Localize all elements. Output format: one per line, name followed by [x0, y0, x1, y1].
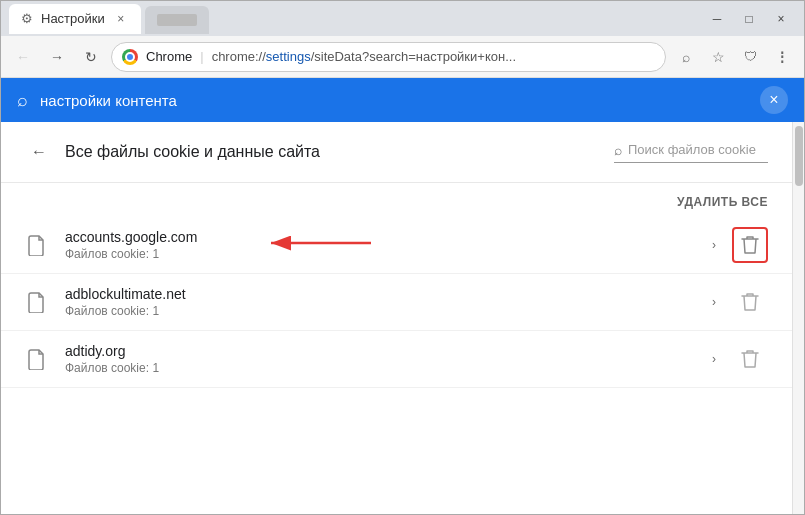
bookmark-button[interactable]: ☆: [704, 43, 732, 71]
item-count: Файлов cookie: 1: [65, 247, 696, 261]
back-button[interactable]: ←: [9, 43, 37, 71]
item-delete-button-highlighted[interactable]: [732, 227, 768, 263]
page-title: Все файлы cookie и данные сайта: [65, 143, 614, 161]
forward-button[interactable]: →: [43, 43, 71, 71]
list-item[interactable]: adtidy.org Файлов cookie: 1 ›: [1, 331, 792, 388]
address-bar[interactable]: Chrome | chrome://settings/siteData?sear…: [111, 42, 666, 72]
item-expand-arrow[interactable]: ›: [712, 295, 716, 309]
minimize-button[interactable]: ─: [702, 7, 732, 31]
delete-all-button[interactable]: УДАЛИТЬ ВСЕ: [677, 195, 768, 209]
content-area: ← Все файлы cookie и данные сайта ⌕ УДАЛ…: [1, 122, 804, 514]
window-controls: ─ □ ×: [702, 7, 796, 31]
cookie-search-box[interactable]: ⌕: [614, 142, 768, 163]
cookie-search-input[interactable]: [628, 142, 768, 157]
item-info: adtidy.org Файлов cookie: 1: [65, 343, 696, 375]
chrome-logo-icon: [122, 49, 138, 65]
toolbar-icons: ⌕ ☆ 🛡 ⋮: [672, 43, 796, 71]
item-delete-button[interactable]: [732, 341, 768, 377]
search-page-button[interactable]: ⌕: [672, 43, 700, 71]
tab-close-button[interactable]: ×: [113, 11, 129, 27]
file-icon: [25, 233, 49, 257]
item-expand-arrow[interactable]: ›: [712, 238, 716, 252]
search-bar-close-button[interactable]: ×: [760, 86, 788, 114]
menu-button[interactable]: ⋮: [768, 43, 796, 71]
reload-button[interactable]: ↻: [77, 43, 105, 71]
settings-tab-icon: ⚙: [21, 11, 33, 26]
scrollbar-track[interactable]: [792, 122, 804, 514]
inactive-tab[interactable]: [145, 6, 209, 34]
item-domain: adtidy.org: [65, 343, 696, 359]
item-count: Файлов cookie: 1: [65, 361, 696, 375]
browser-toolbar: ← → ↻ Chrome | chrome://settings/siteDat…: [1, 36, 804, 78]
list-item[interactable]: adblockultimate.net Файлов cookie: 1 ›: [1, 274, 792, 331]
scrollbar-thumb[interactable]: [795, 126, 803, 186]
maximize-button[interactable]: □: [734, 7, 764, 31]
list-item[interactable]: accounts.google.com Файлов cookie: 1 ›: [1, 217, 792, 274]
item-domain: adblockultimate.net: [65, 286, 696, 302]
item-delete-button[interactable]: [732, 284, 768, 320]
file-icon: [25, 347, 49, 371]
inactive-tab-label: [157, 14, 197, 26]
address-path: /siteData?search=настройки+кон...: [311, 49, 516, 64]
item-info: accounts.google.com Файлов cookie: 1: [65, 229, 696, 261]
item-domain: accounts.google.com: [65, 229, 696, 245]
delete-all-row: УДАЛИТЬ ВСЕ: [1, 183, 792, 217]
item-info: adblockultimate.net Файлов cookie: 1: [65, 286, 696, 318]
address-settings: settings: [266, 49, 311, 64]
address-text: chrome://settings/siteData?search=настро…: [212, 49, 655, 64]
active-tab[interactable]: ⚙ Настройки ×: [9, 4, 141, 34]
item-expand-arrow[interactable]: ›: [712, 352, 716, 366]
chrome-label: Chrome: [146, 49, 192, 64]
address-separator: |: [200, 49, 203, 64]
title-bar: ⚙ Настройки × ─ □ ×: [1, 1, 804, 36]
shield-button[interactable]: 🛡: [736, 43, 764, 71]
cookie-search-icon: ⌕: [614, 142, 622, 158]
close-button[interactable]: ×: [766, 7, 796, 31]
tab-title: Настройки: [41, 11, 105, 26]
page-header: ← Все файлы cookie и данные сайта ⌕: [1, 122, 792, 183]
main-content: ← Все файлы cookie и данные сайта ⌕ УДАЛ…: [1, 122, 792, 514]
search-bar-title: настройки контента: [40, 92, 760, 109]
item-count: Файлов cookie: 1: [65, 304, 696, 318]
search-bar-icon: ⌕: [17, 90, 28, 111]
content-settings-bar: ⌕ настройки контента ×: [1, 78, 804, 122]
file-icon: [25, 290, 49, 314]
browser-window: ⚙ Настройки × ─ □ × ← → ↻ Chrome | chrom…: [0, 0, 805, 515]
address-scheme: chrome://: [212, 49, 266, 64]
back-to-settings-button[interactable]: ←: [25, 138, 53, 166]
